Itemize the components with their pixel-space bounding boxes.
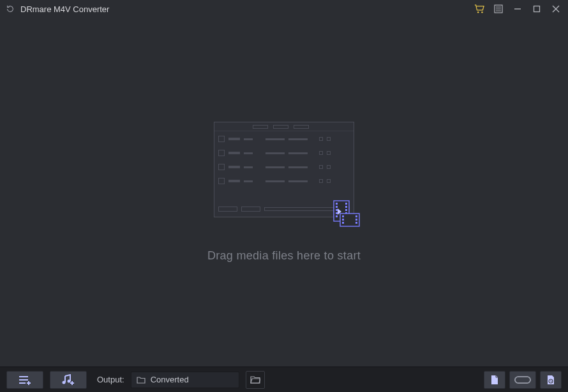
- drop-zone-caption: Drag media files here to start: [207, 249, 361, 263]
- folder-icon: [137, 376, 146, 384]
- svg-rect-17: [345, 206, 347, 208]
- svg-rect-16: [345, 203, 347, 205]
- svg-rect-23: [342, 219, 344, 221]
- bottombar: Output: Converted: [0, 367, 568, 392]
- refresh-circle-icon: [5, 4, 15, 14]
- minimize-button[interactable]: [511, 2, 525, 16]
- add-list-button[interactable]: [6, 371, 43, 389]
- svg-point-0: [477, 11, 479, 13]
- svg-rect-26: [355, 219, 357, 221]
- svg-rect-38: [515, 377, 530, 383]
- svg-rect-37: [515, 377, 530, 383]
- output-history-button[interactable]: [540, 371, 562, 389]
- svg-rect-27: [355, 222, 357, 224]
- menu-list-icon[interactable]: [491, 2, 505, 16]
- svg-rect-12: [336, 206, 338, 208]
- svg-rect-15: [336, 215, 338, 217]
- output-format-button[interactable]: [509, 371, 536, 389]
- maximize-button[interactable]: [530, 2, 544, 16]
- svg-rect-7: [534, 6, 540, 12]
- titlebar: DRmare M4V Converter: [0, 0, 568, 18]
- drop-zone-illustration: [214, 122, 354, 217]
- output-path-text: Converted: [151, 375, 189, 384]
- svg-rect-14: [336, 212, 338, 214]
- svg-rect-11: [336, 203, 338, 205]
- svg-point-33: [63, 381, 66, 384]
- open-output-folder-button[interactable]: [246, 371, 265, 389]
- svg-point-34: [68, 379, 71, 382]
- film-clip-icon: [333, 200, 361, 231]
- svg-rect-24: [342, 222, 344, 224]
- svg-rect-22: [342, 215, 344, 217]
- shopping-cart-icon[interactable]: [472, 2, 486, 16]
- drop-zone[interactable]: Drag media files here to start: [0, 18, 568, 367]
- close-button[interactable]: [549, 2, 563, 16]
- svg-rect-13: [336, 209, 338, 211]
- output-file-button[interactable]: [484, 371, 505, 389]
- add-music-button[interactable]: [50, 371, 87, 389]
- output-path-field[interactable]: Converted: [131, 372, 239, 388]
- app-title: DRmare M4V Converter: [20, 4, 109, 14]
- output-label: Output:: [97, 375, 124, 384]
- svg-rect-18: [345, 209, 347, 211]
- svg-point-1: [481, 11, 482, 13]
- svg-rect-25: [355, 215, 357, 217]
